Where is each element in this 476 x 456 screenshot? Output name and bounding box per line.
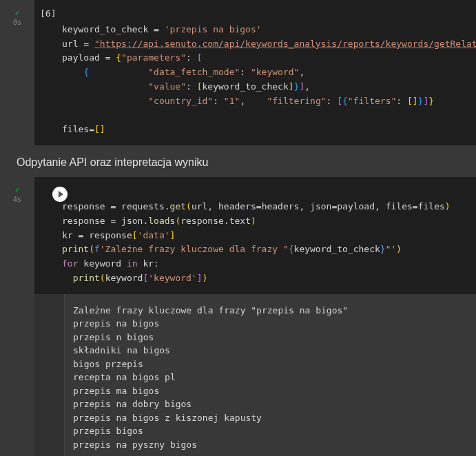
code-token: "1": [224, 96, 240, 106]
code-token: url: [62, 39, 78, 49]
code-token: 'keyword': [148, 273, 196, 283]
code-token: "https://api.senuto.com/api/keywords_ana…: [94, 39, 476, 49]
code-token: response: [62, 216, 105, 226]
code-token: json: [310, 201, 331, 211]
code-token: "parameters": [121, 52, 186, 63]
code-token: f: [94, 244, 100, 254]
code-editor[interactable]: response = requests.get(url, headers=hea…: [34, 177, 476, 294]
code-token: in: [127, 258, 138, 269]
code-cell-1: ✓ 0s [6] keyword_to_check = 'przepis na …: [0, 0, 476, 145]
cell-body[interactable]: response = requests.get(url, headers=hea…: [34, 177, 476, 456]
cell-output: Zależne frazy kluczowe dla frazy "przepi…: [34, 294, 476, 456]
code-token: response: [89, 230, 132, 240]
success-icon: ✓: [15, 185, 20, 194]
code-token: "': [386, 244, 397, 254]
success-icon: ✓: [15, 8, 20, 17]
code-token: headers: [262, 201, 300, 211]
code-cell-2: ✓ 4s response = requests.get(url, header…: [0, 177, 476, 456]
code-token: "keyword": [251, 67, 299, 77]
code-token: files: [62, 124, 89, 134]
code-token: keyword_to_check: [62, 24, 148, 34]
code-token: headers: [218, 201, 256, 211]
code-editor[interactable]: keyword_to_check = 'przepis na bigos' ur…: [34, 0, 476, 145]
code-token: "value": [148, 81, 186, 92]
code-token: print: [62, 244, 89, 254]
code-token: get: [170, 201, 186, 211]
code-token: keyword: [105, 273, 143, 283]
output-text: Zależne frazy kluczowe dla frazy "przepi…: [65, 294, 476, 456]
cell-gutter: ✓ 4s: [0, 177, 34, 456]
code-token: kr: [143, 258, 154, 269]
output-gutter: [34, 294, 65, 456]
code-token: keyword_to_check: [294, 244, 380, 254]
code-token: payload: [337, 201, 375, 211]
code-token: 'przepis na bigos': [165, 24, 262, 34]
cell-body[interactable]: [6] keyword_to_check = 'przepis na bigos…: [34, 0, 476, 145]
code-token: payload: [62, 52, 100, 63]
code-token: "filtering": [267, 96, 326, 106]
code-token: keyword: [83, 258, 121, 269]
code-token: url: [192, 201, 207, 211]
code-token: kr: [62, 230, 73, 240]
code-token: 'Zależne frazy kluczowe dla frazy ": [100, 244, 289, 254]
run-cell-button[interactable]: [52, 187, 68, 202]
code-token: loads: [148, 216, 175, 226]
code-token: files: [386, 201, 413, 211]
execution-count: [6]: [40, 8, 56, 19]
cell-gutter: ✓ 0s: [0, 0, 34, 145]
code-token: files: [418, 201, 445, 211]
code-token: for: [62, 258, 78, 269]
code-token: "country_id": [148, 96, 213, 106]
code-token: print: [73, 273, 100, 283]
section-heading: Odpytanie API oraz intepretacja wyniku: [0, 151, 476, 177]
execution-time: 4s: [13, 196, 21, 203]
code-token: response: [62, 201, 105, 211]
code-token: json: [121, 216, 143, 226]
execution-time: 0s: [13, 19, 21, 26]
code-token: requests: [121, 201, 165, 211]
code-token: "filters": [348, 96, 396, 106]
code-token: keyword_to_check: [203, 81, 289, 92]
code-token: 'data': [138, 230, 170, 240]
code-token: "data_fetch_mode": [148, 67, 240, 77]
code-token: response.text: [180, 216, 251, 226]
